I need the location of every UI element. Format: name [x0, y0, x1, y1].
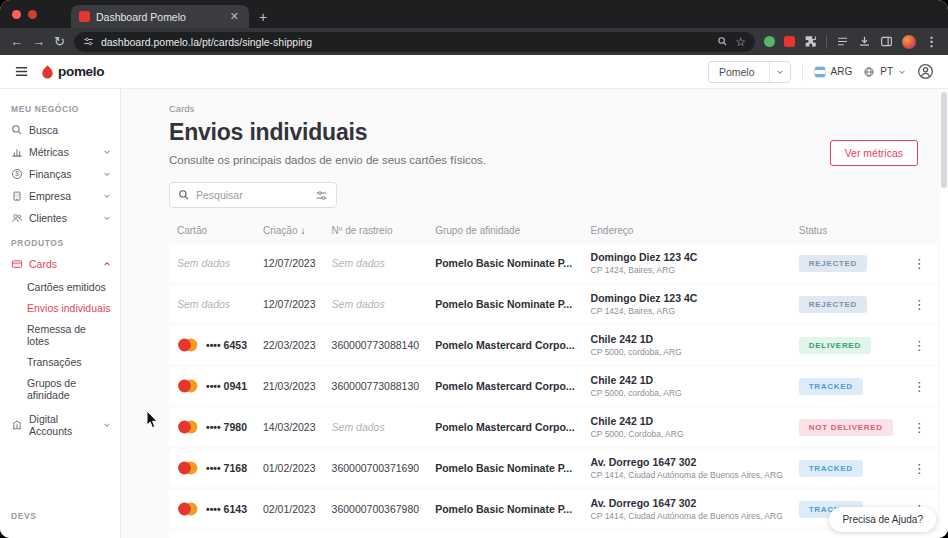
- row-menu-icon[interactable]: ⋮: [909, 297, 930, 312]
- table-row[interactable]: •••• 6198 02/12/2022 360000669950600 Pom…: [169, 531, 938, 538]
- organization-select[interactable]: Pomelo: [708, 61, 791, 83]
- address-line1: Domingo Diez 123 4C: [591, 292, 783, 304]
- card-number: •••• 0941: [206, 380, 247, 392]
- table-row[interactable]: •••• 6143 02/01/2023 360000700367980 Pom…: [169, 490, 938, 528]
- forward-icon[interactable]: →: [32, 35, 45, 48]
- profile-avatar[interactable]: [902, 35, 916, 49]
- view-metrics-button[interactable]: Ver métricas: [830, 140, 918, 166]
- affinity-group: Pomelo Mastercard Corpo...: [435, 339, 574, 351]
- table-row[interactable]: Sem dados 12/07/2023 Sem dados Pomelo Ba…: [169, 285, 938, 323]
- side-panel-icon[interactable]: [880, 35, 893, 48]
- sidebar-item-label: Métricas: [29, 146, 69, 158]
- reload-icon[interactable]: ↻: [54, 35, 65, 48]
- creation-date: 02/01/2023: [263, 503, 316, 515]
- main-content: Cards Envios individuais Consulte os pri…: [121, 89, 948, 538]
- scrollbar-thumb[interactable]: [941, 92, 947, 188]
- sidebar-item-cards[interactable]: Cards: [0, 253, 120, 275]
- downloads-icon[interactable]: [858, 35, 871, 48]
- bookmark-star-icon[interactable]: ☆: [735, 36, 746, 48]
- tracking-number: 360000700371690: [332, 462, 420, 474]
- dollar-icon: $: [11, 168, 23, 180]
- table-row[interactable]: •••• 7980 14/03/2023 Sem dados Pomelo Ma…: [169, 408, 938, 446]
- card-cell: •••• 0941: [177, 379, 247, 393]
- browser-tab[interactable]: Dashboard Pomelo ✕: [71, 5, 249, 28]
- filter-icon[interactable]: [315, 189, 328, 202]
- table-row[interactable]: •••• 7168 01/02/2023 360000700371690 Pom…: [169, 449, 938, 487]
- tracking-number: Sem dados: [332, 421, 385, 433]
- shipments-table: Cartão Criação↓ Nº de rastreio Grupo de …: [169, 222, 938, 538]
- sidebar-item-metricas[interactable]: Métricas: [0, 141, 120, 163]
- row-menu-icon[interactable]: ⋮: [909, 461, 930, 476]
- brand-wordmark: pomelo: [58, 64, 104, 79]
- table-row[interactable]: •••• 6453 22/03/2023 360000773088140 Pom…: [169, 326, 938, 364]
- card-number: •••• 7168: [206, 462, 247, 474]
- address-line2: CP 1424, Baires, ARG: [591, 306, 783, 316]
- address-line1: Chile 242 1D: [591, 333, 783, 345]
- sidebar-subitem-cartoes-emitidos[interactable]: Cartões emitidos: [0, 276, 120, 297]
- address-bar[interactable]: dashboard.pomelo.la/pt/cards/single-ship…: [74, 32, 755, 52]
- column-header-creation[interactable]: Criação↓: [255, 225, 324, 241]
- organization-selected: Pomelo: [709, 66, 769, 78]
- reading-list-icon[interactable]: [836, 35, 849, 48]
- sort-descending-icon[interactable]: ↓: [300, 225, 305, 236]
- tab-strip: Dashboard Pomelo ✕ +: [0, 0, 948, 28]
- extensions-puzzle-icon[interactable]: [804, 35, 817, 48]
- sidebar-item-digital-accounts[interactable]: Digital Accounts: [0, 408, 120, 442]
- card-number: Sem dados: [177, 257, 247, 269]
- cards-submenu: Cartões emitidos Envios individuais Reme…: [0, 275, 120, 408]
- close-window-button[interactable]: [12, 10, 21, 19]
- back-icon[interactable]: ←: [10, 35, 23, 48]
- row-menu-icon[interactable]: ⋮: [909, 420, 930, 435]
- breadcrumb[interactable]: Cards: [169, 103, 918, 114]
- browser-menu-icon[interactable]: ⋮: [925, 35, 938, 48]
- sidebar-subitem-transacoes[interactable]: Transações: [0, 351, 120, 372]
- search-box[interactable]: [169, 182, 337, 208]
- chevron-up-icon: [103, 260, 111, 268]
- status-badge: DELIVERED: [799, 337, 871, 354]
- column-header-tracking: Nº de rastreio: [324, 225, 428, 241]
- row-menu-icon[interactable]: ⋮: [909, 379, 930, 394]
- account-icon[interactable]: [917, 63, 934, 80]
- sidebar-item-busca[interactable]: Busca: [0, 119, 120, 141]
- address-line2: CP 5000, Cordoba, ARG: [591, 429, 783, 439]
- sidebar-item-clientes[interactable]: Clientes: [0, 207, 120, 229]
- chevron-down-icon: [103, 421, 111, 429]
- search-input[interactable]: [196, 189, 309, 201]
- tab-close-icon[interactable]: ✕: [228, 10, 241, 23]
- sidebar-item-empresa[interactable]: Empresa: [0, 185, 120, 207]
- card-cell: •••• 7980: [177, 420, 247, 434]
- row-menu-icon[interactable]: ⋮: [909, 256, 930, 271]
- status-badge: TRACKED: [799, 378, 863, 395]
- sidebar-item-label: Finanças: [29, 168, 72, 180]
- sidebar-subitem-remessa-de-lotes[interactable]: Remessa de lotes: [0, 318, 120, 351]
- table-row[interactable]: •••• 0941 21/03/2023 360000773088130 Pom…: [169, 367, 938, 405]
- language-selector[interactable]: PT: [863, 66, 906, 78]
- minimize-window-button[interactable]: [28, 10, 37, 19]
- column-header-card: Cartão: [169, 225, 255, 241]
- card-brand-icon: [177, 420, 199, 434]
- scrollbar[interactable]: [940, 89, 948, 538]
- tracking-number: Sem dados: [332, 257, 385, 269]
- section-label-products: PRODUTOS: [0, 229, 120, 253]
- extension-pomelo-icon[interactable]: [784, 36, 795, 47]
- search-icon: [11, 124, 23, 136]
- creation-date: 14/03/2023: [263, 421, 316, 433]
- hamburger-menu-icon[interactable]: [14, 64, 29, 79]
- pomelo-favicon-icon: [79, 11, 90, 22]
- globe-icon: [863, 66, 875, 78]
- tracking-number: 360000773088140: [332, 339, 420, 351]
- site-settings-icon[interactable]: [83, 36, 94, 47]
- extension-green-icon[interactable]: [764, 36, 775, 47]
- table-row[interactable]: Sem dados 12/07/2023 Sem dados Pomelo Ba…: [169, 244, 938, 282]
- sidebar-subitem-grupos-de-afinidade[interactable]: Grupos de afinidade: [0, 372, 120, 405]
- new-tab-button[interactable]: +: [249, 9, 279, 28]
- country-selector[interactable]: ARG: [814, 66, 853, 78]
- sidebar-item-financas[interactable]: $ Finanças: [0, 163, 120, 185]
- search-icon[interactable]: [717, 36, 728, 47]
- sidebar-item-label: Clientes: [29, 212, 67, 224]
- help-button[interactable]: Precisa de Ajuda?: [829, 507, 936, 532]
- sidebar-subitem-envios-individuais[interactable]: Envios individuais: [0, 297, 120, 318]
- row-menu-icon[interactable]: ⋮: [909, 338, 930, 353]
- pomelo-logo[interactable]: pomelo: [41, 64, 104, 79]
- card-cell: •••• 6143: [177, 502, 247, 516]
